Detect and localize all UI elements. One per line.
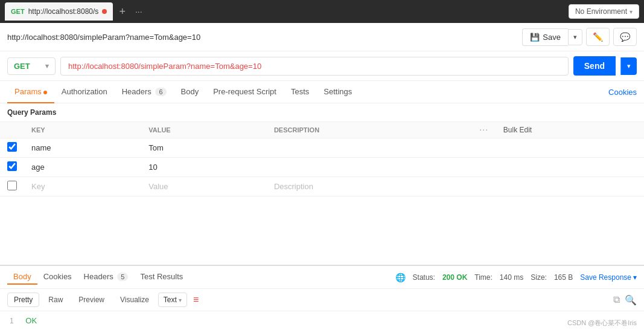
address-bar-url: http://localhost:8080/simpleParam?name=T… xyxy=(7,33,522,42)
response-status-info: 🌐 Status: 200 OK Time: 140 ms Size: 165 … xyxy=(395,273,637,282)
save-response-chevron-icon: ▾ xyxy=(633,273,637,282)
headers-badge: 6 xyxy=(155,88,166,96)
save-response-button[interactable]: Save Response ▾ xyxy=(580,273,637,282)
bulk-edit-button[interactable]: Bulk Edit xyxy=(503,126,532,134)
row2-actions-cell xyxy=(473,158,496,177)
save-button-group: 💾 Save ▾ xyxy=(522,28,582,46)
row2-desc-cell[interactable] xyxy=(267,158,473,177)
placeholder-actions-cell xyxy=(473,177,496,196)
copy-icon[interactable]: ⧉ xyxy=(613,294,620,306)
tab-settings[interactable]: Settings xyxy=(316,81,359,103)
placeholder-extra-cell xyxy=(496,177,644,196)
placeholder-key-cell[interactable]: Key xyxy=(24,177,141,196)
query-params-section-label: Query Params xyxy=(0,103,644,121)
line-number: 1 xyxy=(10,317,14,325)
row1-value-cell[interactable]: Tom xyxy=(141,138,267,158)
environment-selector[interactable]: No Environment ▾ xyxy=(569,4,639,19)
response-section: Body Cookies Headers 5 Test Results 🌐 St… xyxy=(0,265,644,330)
th-value: VALUE xyxy=(141,122,267,138)
save-button[interactable]: 💾 Save xyxy=(522,28,568,46)
row1-desc-cell[interactable] xyxy=(267,138,473,158)
tab-tests[interactable]: Tests xyxy=(284,81,316,103)
method-value: GET xyxy=(14,62,30,71)
tab-body[interactable]: Body xyxy=(174,81,206,103)
placeholder-value-cell[interactable]: Value xyxy=(141,177,267,196)
url-row: GET ▾ Send ▾ xyxy=(0,51,644,81)
env-label: No Environment xyxy=(575,7,627,16)
format-chevron-icon: ▾ xyxy=(179,297,182,303)
params-dot xyxy=(43,91,47,94)
request-tabs-nav: Params Authorization Headers 6 Body Pre-… xyxy=(0,81,644,103)
th-bulk-edit: Bulk Edit xyxy=(496,122,644,138)
size-label: Size: xyxy=(531,273,547,282)
response-headers-badge: 5 xyxy=(117,273,128,281)
status-label: Status: xyxy=(413,273,435,282)
row1-checkbox[interactable] xyxy=(7,142,17,152)
row1-extra-cell xyxy=(496,138,644,158)
th-description: DESCRIPTION xyxy=(267,122,473,138)
send-button[interactable]: Send xyxy=(573,56,616,76)
method-selector[interactable]: GET ▾ xyxy=(7,57,56,75)
raw-button[interactable]: Raw xyxy=(42,293,69,307)
placeholder-checkbox-cell xyxy=(0,177,24,196)
tab-unsaved-dot xyxy=(102,9,107,14)
response-tab-headers[interactable]: Headers 5 xyxy=(78,270,135,285)
table-actions-dots[interactable]: ··· xyxy=(480,126,489,134)
row2-checkbox-cell xyxy=(0,158,24,177)
tab-url-label: http://localhost:8080/s xyxy=(28,7,99,16)
response-tab-test-results[interactable]: Test Results xyxy=(134,270,189,285)
save-label: Save xyxy=(543,33,561,42)
table-row: age 10 xyxy=(0,158,644,177)
save-chevron-button[interactable]: ▾ xyxy=(568,29,582,45)
visualize-button[interactable]: Visualize xyxy=(113,293,156,307)
response-ok-text: OK xyxy=(25,316,37,325)
more-tabs-button[interactable]: ··· xyxy=(132,7,146,16)
browser-tab-bar: GET http://localhost:8080/s + ··· No Env… xyxy=(0,0,644,23)
search-icon[interactable]: 🔍 xyxy=(625,294,637,306)
placeholder-desc-cell[interactable]: Description xyxy=(267,177,473,196)
tab-params[interactable]: Params xyxy=(7,81,54,103)
preview-button[interactable]: Preview xyxy=(72,293,111,307)
format-type-label: Text xyxy=(164,296,177,304)
response-action-icons: ⧉ 🔍 xyxy=(613,294,637,306)
new-tab-button[interactable]: + xyxy=(115,5,129,18)
time-value: 140 ms xyxy=(500,273,523,282)
save-response-label: Save Response xyxy=(580,273,631,282)
response-tab-body[interactable]: Body xyxy=(7,270,37,285)
response-tabs-nav: Body Cookies Headers 5 Test Results 🌐 St… xyxy=(0,266,644,289)
globe-icon: 🌐 xyxy=(395,273,406,282)
tab-authorization[interactable]: Authorization xyxy=(54,81,115,103)
row1-key-cell[interactable]: name xyxy=(24,138,141,158)
row2-value-cell[interactable]: 10 xyxy=(141,158,267,177)
status-value: 200 OK xyxy=(442,273,467,282)
table-row: name Tom xyxy=(0,138,644,158)
response-tab-cookies[interactable]: Cookies xyxy=(37,270,78,285)
cookies-link[interactable]: Cookies xyxy=(608,88,637,97)
save-disk-icon: 💾 xyxy=(530,33,540,42)
comment-icon-button[interactable]: 💬 xyxy=(613,28,637,46)
edit-icon-button[interactable]: ✏️ xyxy=(586,28,610,46)
row1-checkbox-cell xyxy=(0,138,24,158)
th-key: KEY xyxy=(24,122,141,138)
pretty-button[interactable]: Pretty xyxy=(7,293,39,307)
response-body: 1 OK xyxy=(0,311,644,330)
env-chevron-icon: ▾ xyxy=(630,8,633,15)
row2-key-cell[interactable]: age xyxy=(24,158,141,177)
method-chevron-icon: ▾ xyxy=(45,62,49,70)
response-format-toolbar: Pretty Raw Preview Visualize Text ▾ ≡ ⧉ … xyxy=(0,289,644,311)
time-label: Time: xyxy=(474,273,493,282)
url-input[interactable] xyxy=(60,57,569,76)
placeholder-checkbox[interactable] xyxy=(7,181,17,190)
row2-checkbox[interactable] xyxy=(7,161,17,171)
row1-actions-cell xyxy=(473,138,496,158)
params-table: KEY VALUE DESCRIPTION ··· Bulk Edit name… xyxy=(0,121,644,196)
address-bar-row: http://localhost:8080/simpleParam?name=T… xyxy=(0,23,644,51)
send-chevron-button[interactable]: ▾ xyxy=(620,57,637,75)
format-type-selector[interactable]: Text ▾ xyxy=(158,293,187,307)
tab-pre-request-script[interactable]: Pre-request Script xyxy=(206,81,284,103)
tab-headers[interactable]: Headers 6 xyxy=(115,81,174,103)
save-chevron-icon: ▾ xyxy=(573,33,577,40)
request-tab[interactable]: GET http://localhost:8080/s xyxy=(5,2,113,21)
filter-icon-button[interactable]: ≡ xyxy=(193,294,199,305)
watermark-text: CSDN @卷心菜不卷Iris xyxy=(567,319,637,328)
